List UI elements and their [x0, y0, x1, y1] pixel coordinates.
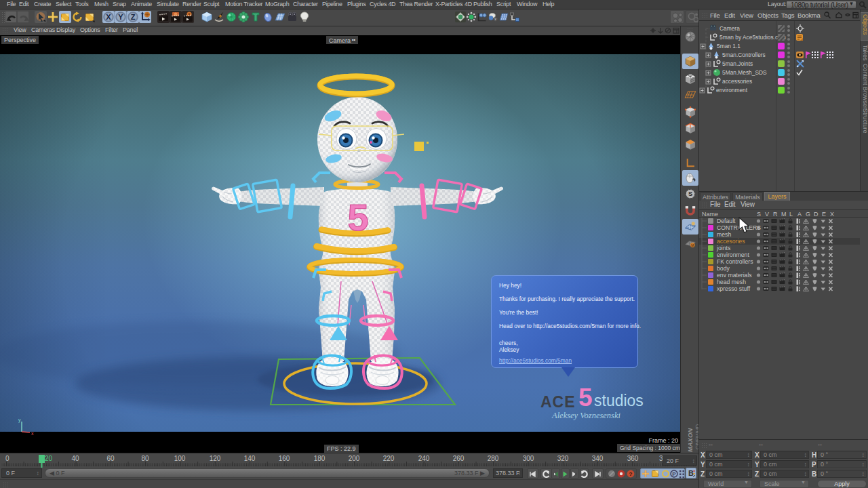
svg-text:360: 360: [627, 455, 639, 462]
svg-text:B: B: [688, 469, 694, 477]
svg-text:P: P: [672, 471, 676, 477]
svg-text:body: body: [717, 265, 730, 272]
svg-text:5man.Joints: 5man.Joints: [722, 60, 753, 67]
svg-text:?: ?: [629, 471, 633, 477]
svg-text:60: 60: [106, 455, 115, 462]
svg-text:240: 240: [418, 455, 430, 462]
svg-text:340: 340: [592, 455, 604, 462]
svg-text:120: 120: [210, 455, 221, 462]
svg-text:X: X: [106, 13, 111, 21]
svg-text:Camera: Camera: [719, 25, 740, 32]
svg-text:180: 180: [314, 455, 326, 462]
svg-text:accessories: accessories: [722, 78, 752, 85]
svg-text:environment: environment: [716, 87, 748, 94]
svg-text:5Man.Mesh_SDS: 5Man.Mesh_SDS: [722, 69, 767, 76]
svg-text:FK controllers: FK controllers: [717, 258, 753, 265]
svg-text:environment: environment: [717, 251, 749, 258]
svg-text:x: x: [31, 431, 34, 436]
svg-text:220: 220: [383, 455, 395, 462]
svg-text:0: 0: [5, 455, 9, 462]
svg-text:accesories: accesories: [717, 238, 745, 245]
svg-text:M: M: [691, 243, 694, 247]
svg-text:joints: joints: [716, 245, 731, 251]
svg-text:320: 320: [557, 455, 569, 462]
svg-text:env materials: env materials: [717, 272, 752, 279]
svg-text:80: 80: [141, 455, 149, 462]
svg-text:head mesh: head mesh: [717, 279, 746, 285]
svg-text:140: 140: [244, 455, 256, 462]
svg-text:200: 200: [349, 455, 360, 462]
svg-text:S: S: [688, 190, 692, 197]
svg-text:5: 5: [347, 196, 368, 239]
svg-text:5man 1.1: 5man 1.1: [717, 43, 741, 49]
svg-text:20: 20: [45, 455, 53, 462]
svg-text:300: 300: [523, 455, 534, 462]
svg-text:xpresso stuff: xpresso stuff: [717, 285, 751, 292]
svg-text:Z: Z: [131, 13, 136, 21]
svg-text:100: 100: [174, 455, 186, 462]
svg-text:5man.Controllers: 5man.Controllers: [722, 52, 766, 58]
svg-text:mesh: mesh: [717, 231, 731, 238]
svg-text:40: 40: [71, 455, 79, 462]
svg-text:y: y: [18, 418, 21, 423]
svg-text:260: 260: [453, 455, 465, 462]
svg-text:5man by Ace5studios.com: 5man by Ace5studios.com: [719, 34, 786, 41]
svg-text:Default: Default: [717, 218, 736, 224]
svg-text:160: 160: [279, 455, 290, 462]
svg-text:Y: Y: [118, 13, 123, 21]
svg-text:280: 280: [488, 455, 499, 462]
